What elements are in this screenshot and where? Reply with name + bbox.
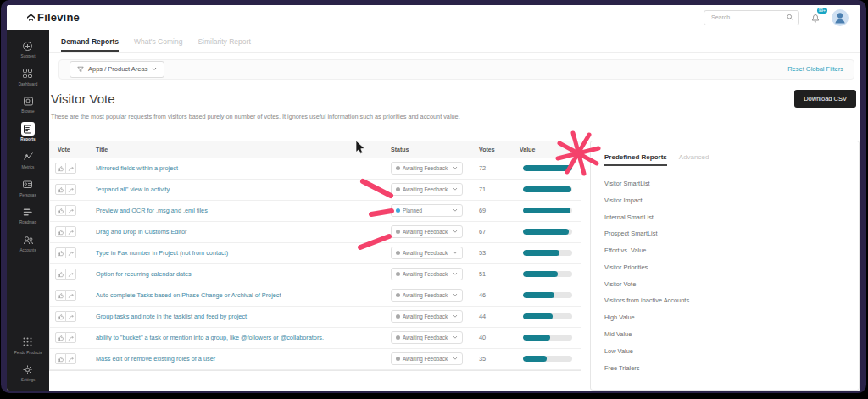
- value-bar-fill: [523, 313, 553, 319]
- status-label: Awaiting Feedback: [403, 229, 448, 235]
- status-dropdown[interactable]: Awaiting Feedback: [391, 352, 463, 365]
- download-csv-button[interactable]: Download CSV: [794, 90, 856, 108]
- predefined-report-item[interactable]: Visitor Impact: [604, 191, 845, 208]
- sidebar-item-suggest[interactable]: Suggest: [21, 39, 36, 59]
- tab-similarity-report[interactable]: Similarity Report: [198, 37, 250, 52]
- share-button[interactable]: [65, 226, 76, 237]
- predefined-report-item[interactable]: Prospect SmartList: [604, 225, 845, 242]
- value-bar-track: [523, 208, 572, 213]
- tab-demand-reports[interactable]: Demand Reports: [61, 37, 119, 52]
- request-title-link[interactable]: Mass edit or remove existing roles of a …: [89, 355, 391, 363]
- share-button[interactable]: [65, 247, 76, 258]
- status-label: Awaiting Feedback: [403, 292, 448, 298]
- sidebar-item-accounts[interactable]: Accounts: [20, 233, 36, 253]
- tab-whats-coming[interactable]: What's Coming: [134, 37, 182, 52]
- sidebar-item-reports[interactable]: Reports: [20, 122, 35, 142]
- tab-predefined-reports[interactable]: Predefined Reports: [604, 153, 667, 166]
- vote-cell: [50, 163, 89, 174]
- request-title-link[interactable]: Group tasks and note in the tasklist and…: [89, 313, 391, 320]
- chevron-down-icon: [453, 208, 458, 213]
- sidebar-item-roadmap[interactable]: Roadmap: [19, 205, 36, 225]
- report-tabs: Demand Reports What's Coming Similarity …: [49, 30, 860, 53]
- reset-global-filters-link[interactable]: Reset Global Filters: [787, 65, 843, 73]
- share-arrow-icon: [68, 356, 75, 363]
- sidebar-item-dashboard[interactable]: Dashboard: [19, 67, 37, 87]
- thumbs-up-icon: [58, 165, 64, 172]
- predefined-report-item[interactable]: Visitors from inactive Accounts: [604, 292, 845, 309]
- status-dropdown[interactable]: Awaiting Feedback: [391, 331, 463, 344]
- predefined-report-item[interactable]: High Value: [604, 309, 845, 326]
- share-button[interactable]: [65, 184, 76, 195]
- request-title-link[interactable]: Type in Fax number in Project (not from …: [89, 249, 391, 257]
- share-button[interactable]: [65, 332, 76, 343]
- request-title-link[interactable]: ability to "bucket" a task or mention in…: [89, 334, 391, 341]
- search-box[interactable]: [704, 10, 799, 25]
- sidebar-item-browse[interactable]: Browse: [21, 94, 35, 114]
- request-title-link[interactable]: Preview and OCR for .msg and .eml files: [89, 207, 391, 214]
- votes-count: 46: [472, 291, 520, 299]
- status-dropdown[interactable]: Awaiting Feedback: [391, 268, 463, 280]
- share-button[interactable]: [65, 311, 76, 322]
- status-dropdown[interactable]: Planned: [391, 204, 463, 217]
- predefined-report-item[interactable]: Mid Value: [604, 326, 845, 343]
- table-row: "expand all" view in activity Awaiting F…: [50, 180, 581, 201]
- plus-circle-icon: [21, 39, 35, 53]
- chevron-down-icon: [453, 251, 458, 255]
- share-button[interactable]: [65, 163, 76, 174]
- status-dropdown[interactable]: Awaiting Feedback: [391, 183, 463, 196]
- status-dropdown[interactable]: Awaiting Feedback: [391, 225, 463, 238]
- vote-cell: [50, 269, 89, 280]
- predefined-report-item[interactable]: Low Value: [604, 342, 845, 359]
- request-title-link[interactable]: Mirrored fields within a project: [89, 164, 391, 172]
- share-button[interactable]: [65, 353, 76, 364]
- tab-advanced[interactable]: Advanced: [679, 153, 709, 166]
- browse-search-icon: [21, 94, 35, 108]
- notifications-button[interactable]: 99+: [810, 12, 821, 24]
- sidebar-item-personas[interactable]: Personas: [19, 178, 36, 198]
- status-dot-icon: [396, 230, 400, 234]
- col-header-vote: Vote: [50, 147, 89, 152]
- predefined-report-item[interactable]: Effort vs. Value: [604, 242, 845, 259]
- predefined-report-item[interactable]: Visitor Vote: [604, 275, 845, 292]
- predefined-report-item[interactable]: Visitor Priorities: [604, 259, 845, 276]
- value-cell: [520, 313, 581, 319]
- request-title-link[interactable]: Auto complete Tasks based on Phase Chang…: [89, 291, 391, 299]
- sidebar-item-settings[interactable]: Settings: [21, 363, 36, 383]
- votes-count: 40: [472, 334, 520, 341]
- value-cell: [520, 208, 581, 213]
- value-bar-fill: [523, 250, 559, 256]
- share-arrow-icon: [68, 335, 75, 341]
- status-dot-icon: [396, 166, 400, 170]
- sidebar-item-metrics[interactable]: Metrics: [21, 150, 35, 170]
- roadmap-bars-icon: [21, 205, 35, 219]
- user-avatar[interactable]: [832, 9, 849, 26]
- search-input[interactable]: [709, 14, 787, 21]
- funnel-icon: [77, 66, 84, 73]
- votes-count: 72: [472, 164, 520, 172]
- thumbs-up-icon: [58, 335, 64, 341]
- share-button[interactable]: [65, 269, 76, 280]
- value-bar-fill: [523, 165, 572, 171]
- status-dropdown[interactable]: Awaiting Feedback: [391, 162, 463, 175]
- request-title-link[interactable]: Drag and Drop in Customs Editor: [89, 228, 391, 236]
- value-cell: [520, 271, 581, 277]
- request-title-link[interactable]: Option for recurring calendar dates: [89, 270, 391, 278]
- sidebar-item-pendo-products[interactable]: Pendo Products: [14, 335, 42, 356]
- value-cell: [520, 186, 581, 192]
- request-title-link[interactable]: "expand all" view in activity: [89, 186, 391, 193]
- status-dropdown[interactable]: Awaiting Feedback: [391, 247, 463, 259]
- status-dot-icon: [396, 314, 400, 319]
- predefined-report-item[interactable]: Visitor SmartList: [604, 175, 845, 192]
- status-dropdown[interactable]: Awaiting Feedback: [391, 289, 463, 302]
- vote-cell: [50, 353, 89, 364]
- chevron-down-icon: [453, 166, 458, 170]
- status-dropdown[interactable]: Awaiting Feedback: [391, 310, 463, 323]
- apps-product-areas-filter-button[interactable]: Apps / Product Areas: [70, 61, 164, 78]
- predefined-report-item[interactable]: Internal SmartList: [604, 208, 845, 225]
- chevron-down-icon: [152, 67, 157, 71]
- top-header: Filevine 99+: [7, 5, 860, 30]
- share-button[interactable]: [65, 205, 76, 216]
- table-row: ability to "bucket" a task or mention in…: [50, 328, 581, 349]
- share-button[interactable]: [65, 290, 76, 301]
- predefined-report-item[interactable]: Free Trialers: [604, 359, 845, 376]
